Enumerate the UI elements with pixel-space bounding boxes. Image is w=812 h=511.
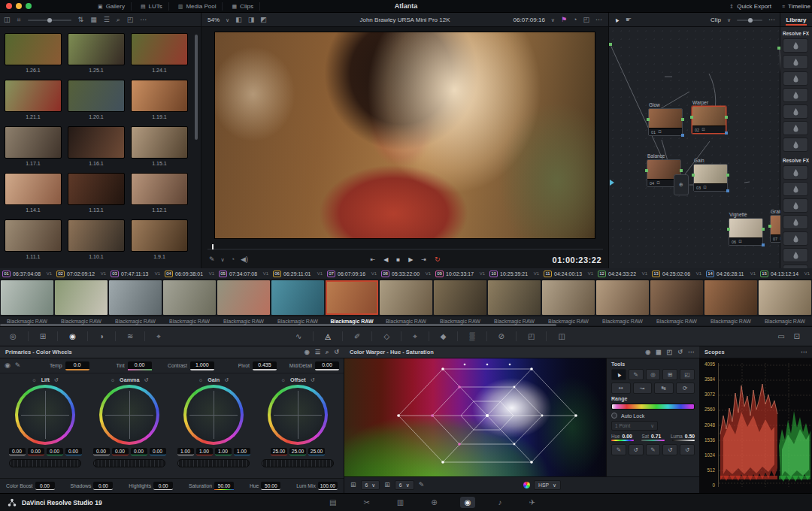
key-icon[interactable]: ⊘ [498, 333, 504, 340]
wheel-value[interactable]: 0.00 [65, 448, 82, 455]
clip-thumbnail[interactable] [434, 280, 486, 315]
wheel-value[interactable]: 0.00 [47, 448, 63, 455]
stop-button[interactable]: ■ [396, 257, 400, 263]
footer-value[interactable]: 0.00 [93, 482, 113, 490]
node-key-port[interactable] [762, 243, 765, 246]
warper-view-icon[interactable]: ◉ [645, 349, 650, 355]
color-space-select[interactable]: HSP∨ [534, 480, 561, 490]
magic-mask-icon[interactable]: ◆ [441, 333, 447, 340]
bars-mode-icon[interactable]: ☰ [315, 349, 320, 355]
page-button[interactable]: ♪ [493, 497, 506, 508]
clip-thumbnail[interactable] [542, 280, 595, 315]
select-tool-button[interactable]: ▲ [611, 369, 626, 380]
color-wheel[interactable] [15, 385, 75, 445]
master-wheel[interactable] [177, 459, 250, 467]
warper-field[interactable]: Hue 0.00 [611, 434, 632, 439]
rgb-mixer-icon[interactable]: ≋ [127, 333, 133, 340]
viewer-zoom-level[interactable]: 54% [208, 17, 220, 23]
keyframes-panel-icon[interactable]: ▭ [777, 333, 784, 340]
source-timecode[interactable]: 06:07:09:16 [514, 17, 545, 23]
playhead[interactable] [212, 244, 214, 249]
more-icon[interactable]: ⋯ [140, 17, 147, 23]
grab-still-icon[interactable]: ◫ [4, 17, 11, 23]
node-input-port[interactable] [690, 116, 693, 119]
reset-all-button[interactable]: ↺ [680, 444, 695, 455]
gallery-still[interactable]: 1.9.1 [131, 219, 194, 259]
wheel-adjust-icon[interactable]: ☼ [198, 377, 203, 382]
info-panel-icon[interactable]: ⊡ [794, 333, 800, 340]
fx-effect-button[interactable] [783, 182, 808, 196]
draw-hue-button[interactable]: ✎ [611, 444, 626, 455]
timeline-clip[interactable]: 12 04:24:33:22 V1 Blackmagic RAW [595, 268, 650, 325]
page-button[interactable]: ▤ [325, 497, 341, 508]
page-button[interactable]: ✂ [359, 497, 374, 508]
master-wheel[interactable] [9, 459, 81, 467]
wheel-value[interactable]: 0.00 [93, 448, 110, 455]
wheel-adjust-icon[interactable]: ☼ [111, 377, 115, 382]
warper-field[interactable]: Sat 0.71 [642, 434, 662, 439]
warp-mode-a-button[interactable]: ↭ [611, 382, 631, 394]
warper-canvas[interactable] [344, 358, 606, 476]
annotate-pen-icon[interactable]: ✎ [209, 256, 215, 263]
motion-effects-icon[interactable]: ⌖ [156, 333, 161, 340]
still-thumbnail[interactable] [68, 80, 125, 112]
color-warper-icon[interactable]: ◬ [325, 333, 331, 340]
timeline-clip[interactable]: 01 06:37:04:08 V1 Blackmagic RAW [0, 268, 54, 325]
gallery-still[interactable]: 1.20.1 [68, 80, 131, 119]
still-thumbnail[interactable] [131, 219, 188, 252]
gallery-still[interactable]: 1.10.1 [68, 219, 131, 259]
still-thumbnail[interactable] [68, 33, 125, 65]
play-button[interactable]: ▶ [408, 257, 413, 263]
wheel-value[interactable]: 1.00 [215, 448, 232, 455]
color-wheel[interactable] [99, 385, 159, 445]
timeline-clip[interactable]: 15 04:13:12:14 V1 Blackmagic RAW [758, 268, 812, 325]
grid-h-select[interactable]: 6∨ [361, 480, 380, 490]
cursor-tool-icon[interactable]: ▲ [612, 16, 620, 25]
reset-hue-button[interactable]: ↺ [629, 444, 644, 455]
timeline-clip[interactable]: 08 05:33:22:00 V1 Blackmagic RAW [379, 268, 433, 325]
highlight-icon[interactable]: ◔ [573, 17, 577, 23]
clip-thumbnail[interactable] [55, 280, 108, 315]
transform-tool-button[interactable]: ⊞ [662, 369, 677, 380]
clip-thumbnail[interactable] [271, 280, 324, 315]
wheel-value[interactable]: 1.00 [196, 448, 213, 455]
reset-icon[interactable]: ↺ [144, 377, 148, 382]
reset-icon[interactable]: ↺ [311, 377, 315, 382]
list-view-icon[interactable]: ☰ [104, 17, 110, 23]
still-thumbnail[interactable] [131, 173, 188, 205]
warp-mode-c-button[interactable]: ↹ [654, 382, 674, 394]
wheel-value[interactable]: 0.00 [28, 448, 44, 455]
wheel-adjust-icon[interactable]: ☼ [280, 377, 285, 382]
album-icon[interactable]: ⌗ [17, 17, 21, 23]
zoom-mode-icon[interactable]: ⌕ [326, 349, 329, 355]
stereo-3d-icon[interactable]: ◫ [558, 333, 565, 340]
adjust-value[interactable]: 0.0 [65, 361, 89, 370]
fx-effect-button[interactable] [783, 121, 808, 135]
wheel-value[interactable]: 25.00 [289, 448, 306, 455]
still-thumbnail[interactable] [5, 219, 62, 252]
fx-effect-button[interactable] [783, 138, 808, 152]
node-graph-panel[interactable]: Glow 01 ⊡ Warper [609, 27, 780, 268]
wheel-value[interactable]: 1.00 [234, 448, 250, 455]
clip-name-dropdown[interactable]: John Brawley URSA Mini Pro 12K [359, 17, 450, 23]
quick-export-button[interactable]: ↥ Quick Export [729, 3, 771, 10]
gallery-still[interactable]: 1.26.1 [5, 33, 68, 73]
more-icon[interactable]: ⋯ [768, 17, 775, 23]
clip-thumbnail[interactable] [380, 280, 432, 315]
timeline-clip[interactable]: 11 04:24:00:13 V1 Blackmagic RAW [541, 268, 595, 325]
gallery-still[interactable]: 1.14.1 [5, 173, 68, 213]
grade-node[interactable]: Warper 02 ⊡ [692, 100, 726, 134]
clip-thumbnail[interactable] [163, 280, 216, 315]
more-icon[interactable]: ⋯ [801, 349, 807, 355]
power-window-icon[interactable]: ◇ [383, 333, 389, 340]
gallery-zoom-slider[interactable] [28, 20, 71, 21]
node-output-port[interactable] [725, 116, 728, 119]
wheel-value[interactable]: 0.00 [112, 448, 129, 455]
viewer-scrub-bar[interactable] [208, 243, 603, 249]
fx-effect-button[interactable] [783, 104, 808, 119]
node-zoom-slider[interactable] [737, 20, 762, 21]
node-mode-dropdown[interactable]: Clip [710, 17, 721, 23]
adjust-value[interactable]: 0.00 [128, 361, 152, 370]
gallery-still[interactable]: 1.13.1 [68, 173, 131, 213]
still-thumbnail[interactable] [5, 80, 62, 112]
